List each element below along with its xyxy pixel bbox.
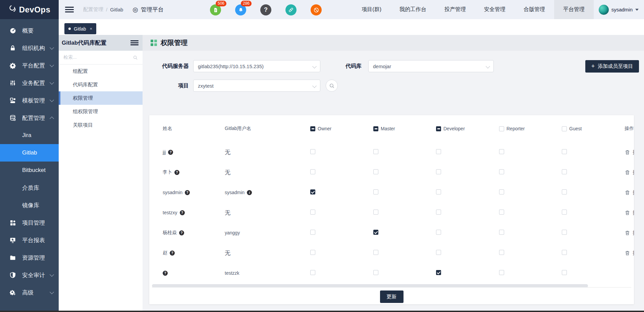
role-select-all-checkbox[interactable] bbox=[499, 126, 504, 131]
op-partial-label[interactable]: 授 bbox=[633, 169, 634, 176]
role-checkbox-reporter[interactable] bbox=[499, 169, 504, 174]
op-partial-label[interactable]: 授 bbox=[633, 250, 634, 256]
role-checkbox-owner[interactable] bbox=[310, 230, 315, 235]
role-checkbox-master[interactable] bbox=[373, 210, 378, 215]
project-select[interactable]: zxytest bbox=[193, 80, 320, 92]
op-partial-label[interactable]: 授 bbox=[633, 210, 634, 216]
sidebar-item-业务配置[interactable]: 业务配置 bbox=[0, 74, 59, 92]
sidebar-item-概要[interactable]: 概要 bbox=[0, 22, 59, 39]
delete-icon[interactable] bbox=[625, 250, 630, 256]
bell-icon[interactable]: 286 bbox=[235, 4, 246, 15]
delete-icon[interactable] bbox=[625, 170, 630, 175]
link-icon[interactable] bbox=[285, 4, 297, 15]
sidebar-item-配置管理[interactable]: 配置管理 bbox=[0, 109, 59, 127]
panel-item-关联项目[interactable]: 关联项目 bbox=[59, 118, 143, 132]
sidebar-item-组织机构[interactable]: 组织机构 bbox=[0, 39, 59, 57]
role-select-all-checkbox[interactable] bbox=[310, 126, 315, 131]
role-checkbox-master[interactable] bbox=[373, 250, 378, 255]
update-button[interactable]: 更新 bbox=[380, 291, 404, 303]
collapse-menu-icon[interactable] bbox=[65, 7, 74, 13]
role-checkbox-owner[interactable] bbox=[310, 270, 315, 275]
topbar-nav-item[interactable]: 平台管理 bbox=[554, 0, 594, 19]
role-checkbox-reporter[interactable] bbox=[499, 210, 504, 215]
role-checkbox-master[interactable] bbox=[373, 230, 378, 235]
role-checkbox-guest[interactable] bbox=[562, 210, 567, 215]
breadcrumb-parent[interactable]: 配置管理 bbox=[83, 6, 103, 13]
repo-select[interactable]: demojar bbox=[368, 60, 494, 72]
panel-item-组权限管理[interactable]: 组权限管理 bbox=[59, 105, 143, 118]
topbar-nav-item[interactable]: 我的工作台 bbox=[390, 0, 435, 19]
role-checkbox-master[interactable] bbox=[373, 189, 378, 194]
role-checkbox-reporter[interactable] bbox=[499, 149, 504, 154]
role-checkbox-guest[interactable] bbox=[562, 270, 567, 275]
tab-gitlab[interactable]: Gitlab × bbox=[64, 23, 96, 34]
help-icon[interactable]: ? bbox=[260, 4, 271, 15]
role-checkbox-reporter[interactable] bbox=[499, 270, 504, 275]
sidebar-item-平台配置[interactable]: 平台配置 bbox=[0, 57, 59, 74]
sidebar-item-安全审计[interactable]: 安全审计 bbox=[0, 266, 59, 284]
sidebar-item-高级[interactable]: 高级 bbox=[0, 284, 59, 301]
role-checkbox-developer[interactable] bbox=[436, 189, 441, 194]
sidebar-item-项目管理[interactable]: 项目管理 bbox=[0, 214, 59, 231]
question-icon[interactable]: ? bbox=[163, 271, 168, 276]
search-input[interactable]: 检索... bbox=[59, 51, 143, 64]
sidebar-item-Gitlab[interactable]: Gitlab bbox=[0, 144, 59, 162]
topbar-nav-item[interactable]: 安全管理 bbox=[475, 0, 515, 19]
panel-item-组配置[interactable]: 组配置 bbox=[59, 64, 143, 78]
role-checkbox-owner[interactable] bbox=[310, 169, 315, 174]
server-select[interactable]: gitlab235(http://10.15.15.235) bbox=[193, 60, 320, 72]
delete-icon[interactable] bbox=[625, 190, 630, 195]
role-checkbox-guest[interactable] bbox=[562, 149, 567, 154]
role-checkbox-guest[interactable] bbox=[562, 230, 567, 235]
role-checkbox-developer[interactable] bbox=[436, 230, 441, 235]
question-icon[interactable]: ? bbox=[170, 251, 175, 256]
question-icon[interactable]: ? bbox=[179, 230, 184, 235]
panel-item-权限管理[interactable]: 权限管理 bbox=[59, 91, 143, 105]
sidebar-item-镜像库[interactable]: 镜像库 bbox=[0, 196, 59, 214]
question-icon[interactable]: ? bbox=[168, 150, 173, 155]
role-checkbox-developer[interactable] bbox=[436, 270, 441, 275]
sidebar-item-模板管理[interactable]: 模板管理 bbox=[0, 92, 59, 109]
role-checkbox-owner[interactable] bbox=[310, 189, 315, 194]
role-select-all-checkbox[interactable] bbox=[436, 126, 441, 131]
platform-switch[interactable]: ◎ 管理平台 bbox=[132, 6, 164, 13]
role-checkbox-master[interactable] bbox=[373, 270, 378, 275]
topbar-nav-item[interactable]: 合版管理 bbox=[515, 0, 554, 19]
role-checkbox-master[interactable] bbox=[373, 149, 378, 154]
role-checkbox-reporter[interactable] bbox=[499, 189, 504, 194]
delete-icon[interactable] bbox=[625, 230, 630, 236]
document-icon[interactable]: 506 bbox=[210, 4, 221, 15]
role-checkbox-guest[interactable] bbox=[562, 250, 567, 255]
panel-collapse-icon[interactable] bbox=[130, 40, 139, 45]
role-checkbox-master[interactable] bbox=[373, 169, 378, 174]
role-checkbox-developer[interactable] bbox=[436, 250, 441, 255]
op-partial-label[interactable]: 授 bbox=[633, 189, 634, 196]
question-icon[interactable]: ? bbox=[185, 190, 190, 195]
role-select-all-checkbox[interactable] bbox=[562, 126, 567, 131]
scrollbar-thumb[interactable] bbox=[152, 284, 588, 287]
search-button[interactable] bbox=[326, 80, 338, 92]
role-checkbox-reporter[interactable] bbox=[499, 250, 504, 255]
block-icon[interactable] bbox=[311, 4, 322, 15]
role-select-all-checkbox[interactable] bbox=[373, 126, 378, 131]
close-icon[interactable]: × bbox=[90, 26, 93, 31]
role-checkbox-guest[interactable] bbox=[562, 169, 567, 174]
role-checkbox-developer[interactable] bbox=[436, 169, 441, 174]
sidebar-item-平台报表[interactable]: 平台报表 bbox=[0, 231, 59, 249]
sidebar-item-介质库[interactable]: 介质库 bbox=[0, 179, 59, 196]
info-icon[interactable]: i bbox=[247, 190, 252, 195]
add-member-button[interactable]: + 添加成员至项目 bbox=[585, 60, 639, 73]
role-checkbox-owner[interactable] bbox=[310, 250, 315, 255]
sidebar-item-资源管理[interactable]: 资源管理 bbox=[0, 249, 59, 266]
delete-icon[interactable] bbox=[625, 210, 630, 216]
question-icon[interactable]: ? bbox=[174, 170, 179, 175]
op-partial-label[interactable]: 授 bbox=[633, 230, 634, 236]
role-checkbox-developer[interactable] bbox=[436, 210, 441, 215]
role-checkbox-owner[interactable] bbox=[310, 210, 315, 215]
topbar-nav-item[interactable]: 投产管理 bbox=[435, 0, 475, 19]
role-checkbox-developer[interactable] bbox=[436, 149, 441, 154]
delete-icon[interactable] bbox=[625, 149, 630, 155]
sidebar-item-Bitbucket[interactable]: Bitbucket bbox=[0, 162, 59, 179]
user-menu[interactable]: sysadmin bbox=[599, 0, 639, 19]
panel-item-代码库配置[interactable]: 代码库配置 bbox=[59, 78, 143, 91]
